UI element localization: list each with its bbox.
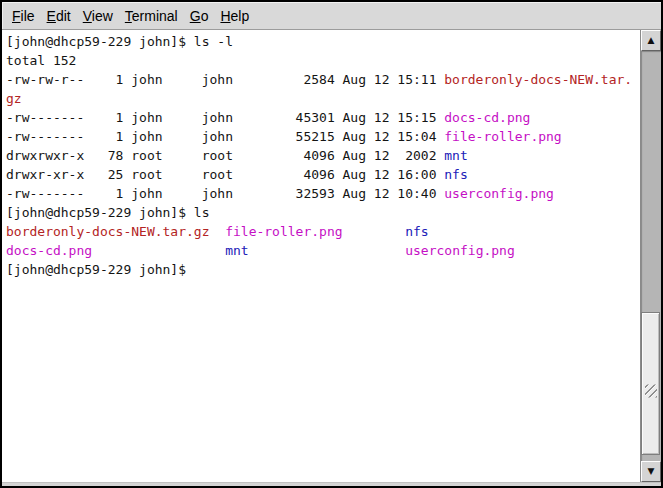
terminal-text-segment: -rw------- 1 john john 32593 Aug 12 10:4… bbox=[6, 186, 444, 201]
up-arrow-icon: ▲ bbox=[648, 36, 655, 45]
terminal-text-segment: borderonly-docs-NEW.tar.gz bbox=[6, 224, 210, 239]
terminal-text-segment bbox=[343, 224, 406, 239]
terminal-line: [john@dhcp59-229 john]$ bbox=[6, 260, 640, 279]
terminal-text-segment: total 152 bbox=[6, 53, 76, 68]
scroll-up-button[interactable]: ▲ bbox=[641, 30, 661, 51]
terminal-text-segment: borderonly-docs-NEW.tar. bbox=[444, 72, 632, 87]
menu-edit[interactable]: Edit bbox=[41, 5, 77, 27]
terminal-line: drwxrwxr-x 78 root root 4096 Aug 12 2002… bbox=[6, 146, 640, 165]
terminal-text-segment: -rw------- 1 john john 55215 Aug 12 15:0… bbox=[6, 129, 444, 144]
terminal-text-segment: nfs bbox=[444, 167, 467, 182]
terminal-text-segment: userconfig.png bbox=[405, 243, 515, 258]
scrollbar-grip-icon bbox=[645, 384, 657, 397]
scroll-down-button[interactable]: ▼ bbox=[641, 461, 661, 482]
terminal-text-segment: docs-cd.png bbox=[444, 110, 530, 125]
terminal-text-segment: mnt bbox=[444, 148, 467, 163]
terminal-text-segment: [john@dhcp59-229 john]$ ls bbox=[6, 205, 210, 220]
terminal-text-segment: drwxrwxr-x 78 root root 4096 Aug 12 2002 bbox=[6, 148, 444, 163]
terminal-text-segment: userconfig.png bbox=[444, 186, 554, 201]
terminal-text-segment: -rw-rw-r-- 1 john john 2584 Aug 12 15:11 bbox=[6, 72, 444, 87]
terminal-line: -rw------- 1 john john 32593 Aug 12 10:4… bbox=[6, 184, 640, 203]
menu-help-mnemonic: H bbox=[220, 8, 230, 24]
menu-terminal[interactable]: Terminal bbox=[119, 5, 184, 27]
terminal-line: drwxr-xr-x 25 root root 4096 Aug 12 16:0… bbox=[6, 165, 640, 184]
terminal-line: [john@dhcp59-229 john]$ ls bbox=[6, 203, 640, 222]
menu-file-mnemonic: F bbox=[12, 8, 21, 24]
terminal-text-segment: drwxr-xr-x 25 root root 4096 Aug 12 16:0… bbox=[6, 167, 444, 182]
menu-file[interactable]: File bbox=[6, 5, 41, 27]
terminal-text-segment bbox=[210, 224, 226, 239]
terminal-text-segment: [john@dhcp59-229 john]$ ls -l bbox=[6, 34, 233, 49]
scrollbar-trough[interactable] bbox=[641, 51, 661, 461]
terminal-content: [john@dhcp59-229 john]$ ls -ltotal 152-r… bbox=[2, 30, 661, 482]
menu-help[interactable]: Help bbox=[214, 5, 255, 27]
terminal-text-segment bbox=[249, 243, 406, 258]
terminal-text-segment: gz bbox=[6, 91, 22, 106]
down-arrow-icon: ▼ bbox=[648, 467, 655, 476]
terminal-line: borderonly-docs-NEW.tar.gz file-roller.p… bbox=[6, 222, 640, 241]
terminal-text-segment: file-roller.png bbox=[225, 224, 342, 239]
menu-go[interactable]: Go bbox=[184, 5, 215, 27]
scrollbar[interactable]: ▲ ▼ bbox=[640, 30, 661, 482]
terminal-line: gz bbox=[6, 89, 640, 108]
terminal-line: docs-cd.png mnt userconfig.png bbox=[6, 241, 640, 260]
terminal-text-segment: docs-cd.png bbox=[6, 243, 92, 258]
terminal-text-segment: -rw------- 1 john john 45301 Aug 12 15:1… bbox=[6, 110, 444, 125]
terminal-text-segment: nfs bbox=[405, 224, 428, 239]
terminal-line: -rw-rw-r-- 1 john john 2584 Aug 12 15:11… bbox=[6, 70, 640, 89]
menu-terminal-mnemonic: T bbox=[125, 8, 132, 24]
menu-go-mnemonic: G bbox=[190, 8, 201, 24]
menu-view[interactable]: View bbox=[77, 5, 119, 27]
terminal-text-segment: [john@dhcp59-229 john]$ bbox=[6, 262, 194, 277]
terminal-line: total 152 bbox=[6, 51, 640, 70]
terminal-window: FileEditViewTerminalGoHelp [john@dhcp59-… bbox=[0, 0, 663, 488]
menu-edit-mnemonic: E bbox=[47, 8, 56, 24]
terminal-text-segment: file-roller.png bbox=[444, 129, 561, 144]
menu-view-mnemonic: V bbox=[83, 8, 92, 24]
scrollbar-thumb[interactable] bbox=[641, 312, 660, 455]
terminal-line: -rw------- 1 john john 55215 Aug 12 15:0… bbox=[6, 127, 640, 146]
terminal-text-segment: mnt bbox=[225, 243, 248, 258]
terminal-output[interactable]: [john@dhcp59-229 john]$ ls -ltotal 152-r… bbox=[2, 30, 640, 482]
window-frame-bottom bbox=[2, 482, 661, 486]
terminal-line: [john@dhcp59-229 john]$ ls -l bbox=[6, 32, 640, 51]
terminal-line: -rw------- 1 john john 45301 Aug 12 15:1… bbox=[6, 108, 640, 127]
menu-bar: FileEditViewTerminalGoHelp bbox=[2, 2, 661, 30]
terminal-text-segment bbox=[92, 243, 225, 258]
